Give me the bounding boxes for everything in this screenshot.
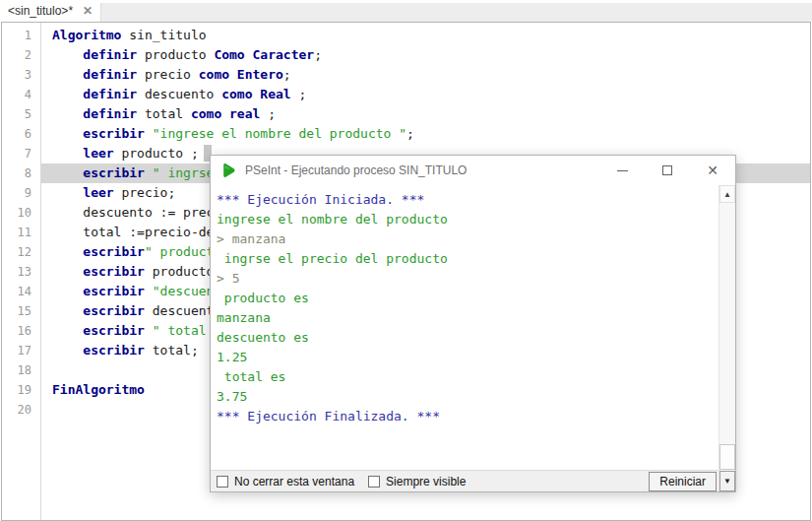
line-number: 8	[2, 163, 40, 183]
pseint-window: <sin_titulo>* ✕ 123456789101112131415161…	[0, 0, 812, 521]
checkbox-no-cerrar-label: No cerrar esta ventana	[234, 475, 354, 488]
editor-gutter: 1234567891011121314151617181920	[2, 23, 41, 520]
line-number: 18	[2, 360, 40, 380]
console-line: *** Ejecución Iniciada. ***	[217, 190, 718, 210]
maximize-button[interactable]	[645, 156, 690, 185]
checkbox-siempre-visible-label: Siempre visible	[386, 475, 466, 488]
console-line: producto es	[217, 289, 718, 308]
tab-bar-filler	[100, 3, 812, 22]
dialog-titlebar[interactable]: PSeInt - Ejecutando proceso SIN_TITULO ✕	[211, 156, 735, 185]
tab-sin-titulo[interactable]: <sin_titulo>* ✕	[0, 0, 100, 22]
checkbox-no-cerrar[interactable]	[217, 476, 228, 488]
console-line: ingrse el precio del producto	[217, 249, 718, 269]
line-number: 3	[2, 65, 40, 85]
console-line: ingrese el nombre del producto	[217, 210, 718, 229]
console-line: > 5	[217, 269, 718, 289]
line-number: 12	[2, 242, 40, 262]
line-number: 2	[2, 45, 40, 65]
code-line: definir total como real ;	[41, 104, 810, 124]
line-number: 19	[2, 380, 40, 400]
console-output[interactable]: *** Ejecución Iniciada. ***ingrese el no…	[211, 185, 718, 470]
execution-dialog: PSeInt - Ejecutando proceso SIN_TITULO ✕…	[210, 155, 736, 492]
line-number: 9	[2, 183, 40, 203]
minimize-button[interactable]	[599, 156, 645, 185]
dialog-title: PSeInt - Ejecutando proceso SIN_TITULO	[245, 163, 467, 177]
tab-close-icon[interactable]: ✕	[83, 4, 93, 18]
maximize-icon	[662, 165, 672, 175]
pseint-logo-icon	[220, 163, 236, 178]
console-scrollbar[interactable]: ▲ ▼	[718, 185, 735, 491]
code-line: definir producto Como Caracter;	[41, 45, 810, 65]
line-number: 17	[2, 341, 40, 360]
line-number: 1	[2, 26, 40, 45]
console-line: *** Ejecución Finalizada. ***	[217, 407, 718, 426]
line-number: 4	[2, 85, 40, 104]
line-number: 16	[2, 321, 40, 341]
close-icon: ✕	[707, 163, 718, 177]
line-number: 6	[2, 124, 40, 144]
line-number: 15	[2, 301, 40, 321]
restart-button[interactable]: Reiniciar	[649, 472, 717, 491]
scrollbar-thumb[interactable]	[719, 444, 735, 470]
line-number: 10	[2, 203, 40, 223]
code-line: Algoritmo sin_titulo	[41, 26, 810, 45]
line-number: 7	[2, 144, 40, 163]
line-number: 14	[2, 282, 40, 301]
code-line: definir descuento como Real ;	[41, 85, 810, 104]
line-number: 11	[2, 223, 40, 242]
console-line: > manzana	[217, 229, 718, 249]
window-controls: ✕	[599, 156, 735, 185]
code-line: escribir "ingrese el nombre del producto…	[41, 124, 810, 144]
scroll-up-icon[interactable]: ▲	[719, 185, 735, 203]
console-line: total es	[217, 367, 718, 387]
console-line: descuento es	[217, 328, 718, 348]
scroll-down-icon[interactable]: ▼	[719, 471, 735, 491]
close-button[interactable]: ✕	[690, 156, 735, 185]
tab-title: <sin_titulo>*	[8, 4, 73, 18]
minimize-icon	[617, 170, 628, 171]
checkbox-siempre-visible[interactable]	[368, 476, 380, 488]
console-line: manzana	[217, 308, 718, 328]
tab-bar: <sin_titulo>* ✕	[0, 0, 812, 22]
line-number: 13	[2, 262, 40, 282]
console-line: 3.75	[217, 387, 718, 407]
code-line: definir precio como Entero;	[41, 65, 810, 85]
dialog-bottom-bar: No cerrar esta ventana Siempre visible R…	[211, 470, 718, 491]
line-number: 5	[2, 104, 40, 124]
line-number: 20	[2, 400, 40, 420]
console-line: 1.25	[217, 348, 718, 367]
